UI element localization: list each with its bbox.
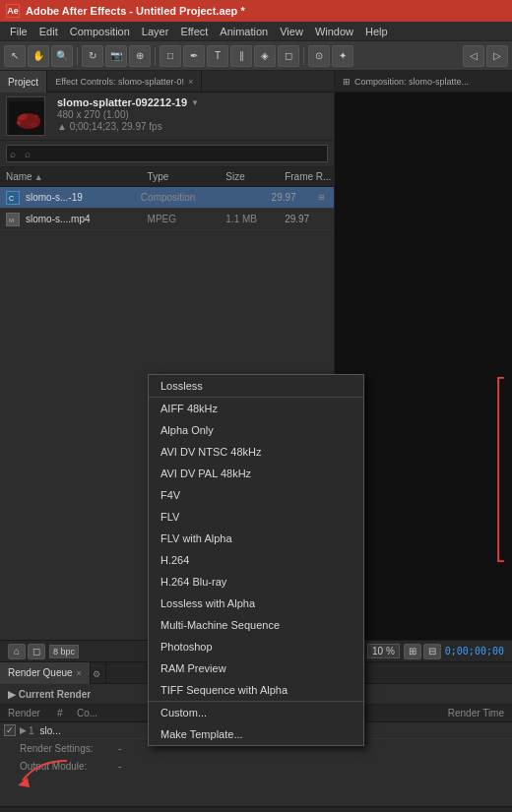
toolbar-separator-1 [77,47,78,65]
col-header-type[interactable]: Type [148,171,226,182]
search-icon: ⌕ [10,149,16,159]
file-type-mp4: MPEG [148,214,226,224]
ctx-item-lossless[interactable]: Lossless [149,375,363,397]
menu-effect[interactable]: Effect [174,22,214,40]
tool-puppet[interactable]: ✦ [332,45,353,67]
tool-hand[interactable]: ✋ [28,45,49,67]
rq-col-render: Render [4,708,53,718]
ctx-item-h264-bluray[interactable]: H.264 Blu-ray [149,571,363,593]
file-icon-mp4: M [6,213,20,226]
menu-layer[interactable]: Layer [136,22,175,40]
rq-col-render-time: Render Time [444,708,508,718]
ctx-item-tiff-alpha[interactable]: TIFF Sequence with Alpha [149,679,363,701]
ctx-item-photoshop[interactable]: Photoshop [149,636,363,657]
render-settings-label: Render Settings: [20,743,118,754]
tool-text[interactable]: T [207,45,228,67]
tab-render-queue[interactable]: Render Queue × [0,662,91,684]
menu-animation[interactable]: Animation [214,22,274,40]
output-module-value[interactable]: - [118,761,121,772]
menu-help[interactable]: Help [359,22,394,40]
menu-edit[interactable]: Edit [33,22,64,40]
search-input[interactable] [6,145,328,162]
col-header-size[interactable]: Size [225,171,285,182]
ctx-item-make-template[interactable]: Make Template... [149,723,363,745]
tab-project[interactable]: Project [0,71,47,93]
ctx-item-h264[interactable]: H.264 [149,549,363,571]
output-module-context-menu: Lossless AIFF 48kHz Alpha Only AVI DV NT… [148,374,364,746]
status-file-btn[interactable]: ◻ [28,644,45,659]
file-fps-icon-comp: ⊞ [318,191,330,205]
status-home-btn[interactable]: ⌂ [8,644,26,659]
rq-row-checkbox[interactable]: ✓ [4,724,16,736]
file-row-comp[interactable]: C slomo-s...-19 Composition 29.97 ⊞ [0,187,334,209]
toolbar-separator-2 [155,47,156,65]
ctx-item-ram-preview[interactable]: RAM Preview [149,657,363,679]
tool-brush[interactable]: ∥ [230,45,252,67]
file-fps-mp4: 29.97 [285,214,334,224]
col-header-fps[interactable]: Frame R... [285,171,334,182]
col-header-name[interactable]: Name ▲ [0,171,148,182]
timecode-display: 0;00;00;00 [445,646,504,656]
close-effect-controls[interactable]: × [188,77,193,87]
menu-view[interactable]: View [274,22,309,40]
tool-pen[interactable]: ✒ [183,45,205,67]
tool-rotate[interactable]: ↻ [82,45,103,67]
tab-effect-controls[interactable]: Effect Controls: slomo-splatter-0! × [47,71,202,93]
file-type-comp: Composition [141,192,216,203]
tool-stamp[interactable]: ◈ [254,45,276,67]
ctx-item-aiff[interactable]: AIFF 48kHz [149,397,363,419]
comp-thumbnail-image [9,101,45,136]
bottom-left-icons: ⌂ ◻ [8,644,45,659]
panel-tabs: Project Effect Controls: slomo-splatter-… [0,71,334,93]
rq-bottom-bar: + Log: Errors Only Output To: slomo-spla… [0,806,512,812]
ctx-item-flv[interactable]: FLV [149,506,363,528]
render-settings-value[interactable]: - [118,743,121,754]
file-icon-comp: C [6,191,20,205]
menu-file[interactable]: File [4,22,33,40]
zoom-percent[interactable]: 10 % [367,644,400,658]
render-queue-close[interactable]: × [77,668,82,678]
file-row-mp4[interactable]: M slomo-s....mp4 MPEG 1.1 MB 29.97 [0,209,334,230]
menu-bar: File Edit Composition Layer Effect Anima… [0,22,512,41]
tool-select[interactable]: ↖ [4,45,26,67]
ctx-item-f4v[interactable]: F4V [149,484,363,506]
ctx-item-avi-pal[interactable]: AVI DV PAL 48kHz [149,463,363,484]
tool-eraser[interactable]: ◻ [278,45,299,67]
annotation-arrow [8,756,87,790]
bpc-badge[interactable]: 8 bpc [49,645,79,658]
rq-col-comp: Co... [73,708,132,718]
viewer-tab-label[interactable]: Composition: slomo-splatte... [354,77,469,87]
file-fps-comp: 29.97 [272,192,318,203]
tool-extra-2[interactable]: ▷ [486,45,508,67]
toolbar: ↖ ✋ 🔍 ↻ 📷 ⊕ □ ✒ T ∥ ◈ ◻ ⊙ ✦ ◁ ▷ [0,41,512,71]
viewer-tab-icon: ⊞ [343,77,351,87]
view-buttons: ⊞ ⊟ [404,644,441,659]
ctx-item-lossless-alpha[interactable]: Lossless with Alpha [149,593,363,614]
ctx-item-custom[interactable]: Custom... [149,701,363,723]
rq-settings-icon[interactable]: ⚙ [91,662,106,684]
title-bar: Ae Adobe After Effects - Untitled Projec… [0,0,512,22]
toolbar-separator-3 [303,47,304,65]
tool-zoom[interactable]: 🔍 [51,45,73,67]
tool-extra-1[interactable]: ◁ [463,45,484,67]
comp-name: slomo-splatter-092212-19 ▼ [57,96,199,108]
ctx-item-flv-alpha[interactable]: FLV with Alpha [149,528,363,549]
tool-roto[interactable]: ⊙ [308,45,330,67]
svg-text:⊞: ⊞ [318,193,325,202]
ctx-item-multi-machine[interactable]: Multi-Machine Sequence [149,614,363,636]
ctx-item-alpha-only[interactable]: Alpha Only [149,419,363,441]
comp-thumbnail [6,96,45,136]
menu-composition[interactable]: Composition [64,22,136,40]
tool-mask[interactable]: □ [160,45,181,67]
comp-dropdown-arrow[interactable]: ▼ [191,98,199,107]
svg-text:M: M [9,218,14,223]
ctx-item-avi-ntsc[interactable]: AVI DV NTSC 48kHz [149,441,363,463]
tool-pan[interactable]: ⊕ [129,45,151,67]
grid-btn[interactable]: ⊟ [423,644,441,659]
menu-window[interactable]: Window [309,22,359,40]
tool-camera[interactable]: 📷 [105,45,127,67]
rq-row-expand[interactable]: ▶ [20,725,27,735]
fit-btn[interactable]: ⊞ [404,644,421,659]
comp-viewer-tab: ⊞ Composition: slomo-splatte... [335,71,512,93]
comp-timecode: ▲ 0;00;14;23, 29.97 fps [57,121,199,132]
